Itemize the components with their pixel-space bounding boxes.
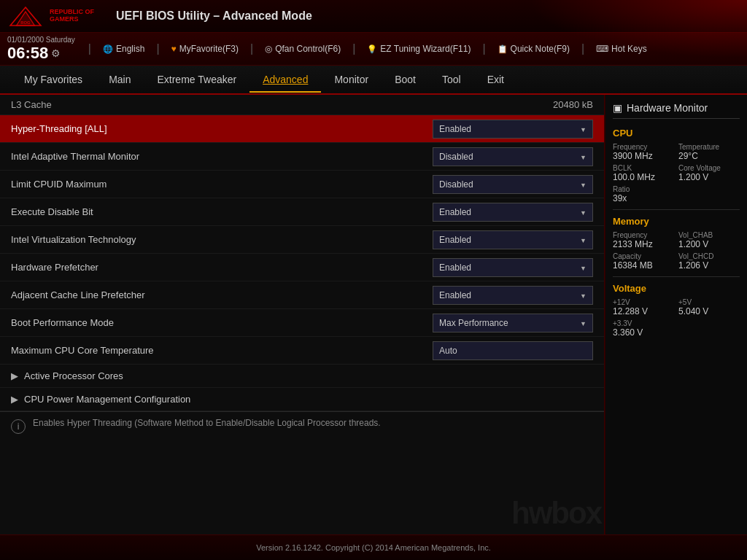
voltage-12v-label: +12V <box>613 298 674 306</box>
nav-item-advanced[interactable]: Advanced <box>249 68 321 93</box>
adjacent-cache-line-dropdown[interactable]: Enabled <box>433 286 593 305</box>
mem-capacity-label: Capacity <box>613 252 674 260</box>
hyper-threading-dropdown[interactable]: Enabled <box>433 120 593 139</box>
globe-icon <box>103 44 113 54</box>
memory-monitor-grid: Frequency 2133 MHz Vol_CHAB 1.200 V Capa… <box>613 231 740 271</box>
intel-virt-tech-label: Intel Virtualization Technology <box>11 234 136 245</box>
monitor-icon <box>613 102 622 114</box>
chevron-down-icon <box>580 207 587 217</box>
language-selector[interactable]: English <box>97 41 150 57</box>
execute-disable-bit-dropdown[interactable]: Enabled <box>433 203 593 222</box>
limit-cpuid-dropdown[interactable]: Disabled <box>433 175 593 194</box>
setting-row-limit-cpuid[interactable]: Limit CPUID Maximum Disabled <box>0 171 604 198</box>
chevron-down-icon <box>580 179 587 190</box>
setting-row-hyper-threading[interactable]: Hyper-Threading [ALL] Enabled <box>0 115 604 143</box>
settings-panel: L3 Cache 20480 kB Hyper-Threading [ALL] … <box>0 95 605 534</box>
setting-row-adjacent-cache-line[interactable]: Adjacent Cache Line Prefetcher Enabled <box>0 281 604 309</box>
qfan-control-button[interactable]: Qfan Control(F6) <box>259 41 347 57</box>
app-title: UEFI BIOS Utility – Advanced Mode <box>116 9 312 23</box>
cpu-core-voltage-value: 1.200 V <box>678 172 740 182</box>
footer-text: Version 2.16.1242. Copyright (C) 2014 Am… <box>256 543 491 552</box>
nav-item-boot[interactable]: Boot <box>382 68 429 91</box>
ez-tuning-button[interactable]: EZ Tuning Wizard(F11) <box>361 41 476 57</box>
cpu-core-voltage-label: Core Voltage <box>678 164 740 172</box>
mem-frequency-label: Frequency <box>613 231 674 239</box>
rog-logo-area: ROG REPUBLIC OF GAMERS <box>7 4 94 29</box>
cpu-temperature-label: Temperature <box>678 143 740 151</box>
cpu-frequency-value: 3900 MHz <box>613 151 674 161</box>
nav-item-exit[interactable]: Exit <box>474 68 517 91</box>
active-processor-cores-label: Active Processor Cores <box>24 370 123 381</box>
intel-virt-tech-dropdown[interactable]: Enabled <box>433 230 593 249</box>
voltage-5v-value: 5.040 V <box>678 306 740 316</box>
monitor-divider-1 <box>613 209 740 210</box>
keyboard-icon <box>596 44 608 54</box>
nav-menu: My Favorites Main Extreme Tweaker Advanc… <box>0 66 747 95</box>
bulb-icon <box>367 44 377 54</box>
nav-item-extreme-tweaker[interactable]: Extreme Tweaker <box>144 68 249 91</box>
monitor-divider-2 <box>613 276 740 277</box>
chevron-down-icon <box>580 124 587 134</box>
intel-adaptive-thermal-dropdown[interactable]: Disabled <box>433 147 593 166</box>
hw-memory-section-title: Memory <box>613 216 740 227</box>
my-favorite-button[interactable]: MyFavorite(F3) <box>166 41 244 57</box>
quick-note-button[interactable]: Quick Note(F9) <box>492 41 576 57</box>
hw-cpu-section-title: CPU <box>613 128 740 139</box>
voltage-monitor-grid: +12V 12.288 V +5V 5.040 V +3.3V 3.360 V <box>613 298 740 338</box>
l3-cache-row: L3 Cache 20480 kB <box>0 95 604 115</box>
voltage-33v-label: +3.3V <box>613 319 674 327</box>
info-icon <box>11 419 26 434</box>
expand-active-processor-cores[interactable]: ▶ Active Processor Cores <box>0 365 604 388</box>
svg-text:ROG: ROG <box>20 20 31 25</box>
execute-disable-bit-label: Execute Disable Bit <box>11 206 93 217</box>
l3-cache-label: L3 Cache <box>11 99 52 110</box>
hardware-monitor-panel: Hardware Monitor CPU Frequency 3900 MHz … <box>605 95 747 534</box>
max-cpu-core-temp-input[interactable]: Auto <box>433 341 593 360</box>
expand-cpu-power-mgmt[interactable]: ▶ CPU Power Management Configuration <box>0 388 604 411</box>
heart-icon <box>171 44 177 54</box>
voltage-5v-label: +5V <box>678 298 740 306</box>
clock-time: 06:58 <box>7 44 48 63</box>
setting-row-boot-performance-mode[interactable]: Boot Performance Mode Max Performance <box>0 309 604 337</box>
boot-performance-mode-dropdown[interactable]: Max Performance <box>433 314 593 332</box>
clock-settings-icon[interactable] <box>51 47 61 59</box>
hardware-prefetcher-label: Hardware Prefetcher <box>11 262 98 273</box>
hw-monitor-title: Hardware Monitor <box>613 102 740 119</box>
nav-item-tool[interactable]: Tool <box>429 68 474 91</box>
footer: Version 2.16.1242. Copyright (C) 2014 Am… <box>0 534 747 560</box>
chevron-down-icon <box>580 318 587 328</box>
setting-row-intel-virt-tech[interactable]: Intel Virtualization Technology Enabled <box>0 226 604 254</box>
cpu-monitor-grid: Frequency 3900 MHz Temperature 29°C BCLK… <box>613 143 740 203</box>
cpu-ratio-value: 39x <box>613 193 674 203</box>
chevron-down-icon <box>580 290 587 300</box>
setting-row-hardware-prefetcher[interactable]: Hardware Prefetcher Enabled <box>0 254 604 281</box>
setting-row-max-cpu-core-temp[interactable]: Maximum CPU Core Temperature Auto <box>0 337 604 365</box>
cpu-ratio-label: Ratio <box>613 185 674 193</box>
setting-row-execute-disable-bit[interactable]: Execute Disable Bit Enabled <box>0 198 604 226</box>
help-info-bar: Enables Hyper Threading (Software Method… <box>0 411 604 455</box>
nav-item-main[interactable]: Main <box>96 68 144 91</box>
nav-item-my-favorites[interactable]: My Favorites <box>11 68 96 91</box>
fan-icon <box>265 44 272 54</box>
intel-adaptive-thermal-label: Intel Adaptive Thermal Monitor <box>11 151 139 162</box>
mem-vol-chcd-label: Vol_CHCD <box>678 252 740 260</box>
setting-row-intel-adaptive-thermal[interactable]: Intel Adaptive Thermal Monitor Disabled <box>0 143 604 171</box>
cpu-bclk-value: 100.0 MHz <box>613 172 674 182</box>
boot-performance-mode-label: Boot Performance Mode <box>11 317 114 328</box>
cpu-temperature-value: 29°C <box>678 151 740 161</box>
nav-item-monitor[interactable]: Monitor <box>321 68 382 91</box>
chevron-down-icon <box>580 235 587 245</box>
hw-voltage-section-title: Voltage <box>613 283 740 294</box>
max-cpu-core-temp-label: Maximum CPU Core Temperature <box>11 345 154 356</box>
chevron-down-icon <box>580 152 587 162</box>
voltage-12v-value: 12.288 V <box>613 306 674 316</box>
voltage-33v-value: 3.360 V <box>613 327 674 338</box>
hardware-prefetcher-dropdown[interactable]: Enabled <box>433 258 593 277</box>
mem-vol-chab-value: 1.200 V <box>678 239 740 249</box>
cpu-frequency-label: Frequency <box>613 143 674 151</box>
hot-keys-button[interactable]: Hot Keys <box>590 41 653 57</box>
cpu-power-mgmt-label: CPU Power Management Configuration <box>24 394 190 405</box>
mem-frequency-value: 2133 MHz <box>613 239 674 249</box>
adjacent-cache-line-label: Adjacent Cache Line Prefetcher <box>11 289 145 300</box>
mem-vol-chcd-value: 1.206 V <box>678 260 740 271</box>
